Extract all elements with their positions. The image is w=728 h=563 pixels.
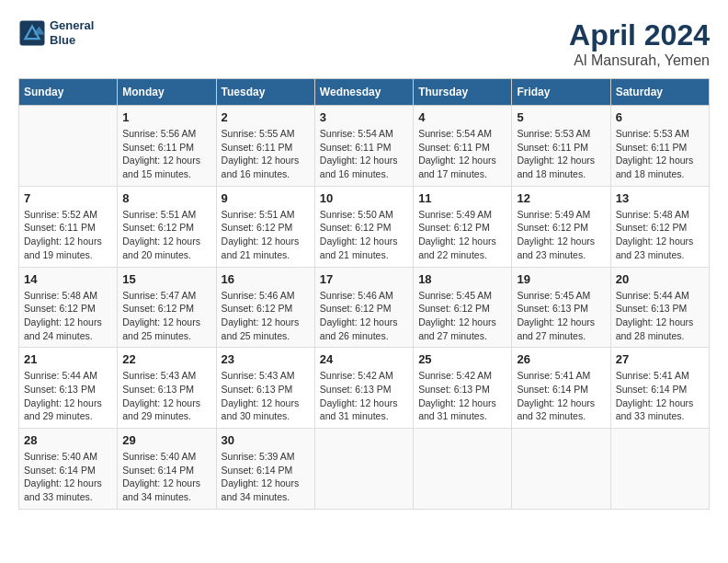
calendar-cell: 3Sunrise: 5:54 AM Sunset: 6:11 PM Daylig… [314, 106, 413, 187]
calendar-cell: 28Sunrise: 5:40 AM Sunset: 6:14 PM Dayli… [19, 429, 118, 510]
day-info: Sunrise: 5:48 AM Sunset: 6:12 PM Dayligh… [24, 289, 112, 343]
day-number: 9 [222, 191, 310, 205]
day-info: Sunrise: 5:49 AM Sunset: 6:12 PM Dayligh… [418, 208, 506, 262]
day-number: 1 [122, 110, 210, 124]
day-info: Sunrise: 5:41 AM Sunset: 6:14 PM Dayligh… [517, 369, 605, 423]
calendar-cell: 11Sunrise: 5:49 AM Sunset: 6:12 PM Dayli… [414, 186, 512, 267]
day-number: 16 [222, 272, 310, 286]
calendar-cell: 20Sunrise: 5:44 AM Sunset: 6:13 PM Dayli… [610, 267, 709, 348]
day-number: 3 [320, 110, 408, 124]
calendar-cell: 26Sunrise: 5:41 AM Sunset: 6:14 PM Dayli… [512, 348, 610, 429]
logo: General Blue [18, 18, 94, 47]
calendar-cell: 9Sunrise: 5:51 AM Sunset: 6:12 PM Daylig… [216, 186, 314, 267]
calendar-cell: 12Sunrise: 5:49 AM Sunset: 6:12 PM Dayli… [512, 186, 610, 267]
day-info: Sunrise: 5:45 AM Sunset: 6:13 PM Dayligh… [517, 289, 605, 343]
calendar-cell: 23Sunrise: 5:43 AM Sunset: 6:13 PM Dayli… [216, 348, 314, 429]
day-number: 21 [24, 352, 112, 366]
calendar-cell: 27Sunrise: 5:41 AM Sunset: 6:14 PM Dayli… [610, 348, 709, 429]
day-info: Sunrise: 5:54 AM Sunset: 6:11 PM Dayligh… [418, 127, 506, 181]
day-number: 11 [418, 191, 506, 205]
day-number: 22 [122, 352, 210, 366]
day-number: 12 [517, 191, 605, 205]
calendar-cell: 17Sunrise: 5:46 AM Sunset: 6:12 PM Dayli… [314, 267, 413, 348]
day-info: Sunrise: 5:44 AM Sunset: 6:13 PM Dayligh… [616, 289, 704, 343]
day-info: Sunrise: 5:43 AM Sunset: 6:13 PM Dayligh… [122, 369, 210, 423]
day-info: Sunrise: 5:42 AM Sunset: 6:13 PM Dayligh… [320, 369, 408, 423]
day-number: 7 [24, 191, 112, 205]
calendar-cell: 25Sunrise: 5:42 AM Sunset: 6:13 PM Dayli… [414, 348, 512, 429]
day-number: 10 [320, 191, 408, 205]
day-info: Sunrise: 5:44 AM Sunset: 6:13 PM Dayligh… [24, 369, 112, 423]
day-number: 5 [517, 110, 605, 124]
calendar-cell: 10Sunrise: 5:50 AM Sunset: 6:12 PM Dayli… [314, 186, 413, 267]
day-info: Sunrise: 5:40 AM Sunset: 6:14 PM Dayligh… [24, 450, 112, 504]
day-number: 14 [24, 272, 112, 286]
calendar-cell: 4Sunrise: 5:54 AM Sunset: 6:11 PM Daylig… [414, 106, 512, 187]
calendar-title: April 2024 [569, 18, 710, 52]
calendar-cell [314, 429, 413, 510]
day-number: 13 [616, 191, 704, 205]
day-info: Sunrise: 5:46 AM Sunset: 6:12 PM Dayligh… [222, 289, 310, 343]
calendar-cell: 7Sunrise: 5:52 AM Sunset: 6:11 PM Daylig… [19, 186, 118, 267]
day-info: Sunrise: 5:55 AM Sunset: 6:11 PM Dayligh… [222, 127, 310, 181]
day-info: Sunrise: 5:48 AM Sunset: 6:12 PM Dayligh… [616, 208, 704, 262]
calendar-cell: 2Sunrise: 5:55 AM Sunset: 6:11 PM Daylig… [216, 106, 314, 187]
calendar-cell: 24Sunrise: 5:42 AM Sunset: 6:13 PM Dayli… [314, 348, 413, 429]
day-info: Sunrise: 5:49 AM Sunset: 6:12 PM Dayligh… [517, 208, 605, 262]
day-number: 27 [616, 352, 704, 366]
day-info: Sunrise: 5:43 AM Sunset: 6:13 PM Dayligh… [222, 369, 310, 423]
calendar-cell: 21Sunrise: 5:44 AM Sunset: 6:13 PM Dayli… [19, 348, 118, 429]
day-info: Sunrise: 5:56 AM Sunset: 6:11 PM Dayligh… [122, 127, 210, 181]
calendar-cell [19, 106, 118, 187]
day-number: 19 [517, 272, 605, 286]
week-row-1: 1Sunrise: 5:56 AM Sunset: 6:11 PM Daylig… [19, 106, 710, 187]
day-number: 30 [222, 433, 310, 447]
week-row-5: 28Sunrise: 5:40 AM Sunset: 6:14 PM Dayli… [19, 429, 710, 510]
column-header-thursday: Thursday [414, 79, 512, 106]
calendar-cell [610, 429, 709, 510]
logo-icon [18, 19, 46, 47]
column-header-monday: Monday [118, 79, 216, 106]
day-info: Sunrise: 5:53 AM Sunset: 6:11 PM Dayligh… [616, 127, 704, 181]
calendar-cell: 14Sunrise: 5:48 AM Sunset: 6:12 PM Dayli… [19, 267, 118, 348]
calendar-cell: 8Sunrise: 5:51 AM Sunset: 6:12 PM Daylig… [118, 186, 216, 267]
day-number: 23 [222, 352, 310, 366]
week-row-3: 14Sunrise: 5:48 AM Sunset: 6:12 PM Dayli… [19, 267, 710, 348]
page-header: General Blue April 2024 Al Mansurah, Yem… [18, 18, 710, 69]
day-info: Sunrise: 5:51 AM Sunset: 6:12 PM Dayligh… [122, 208, 210, 262]
calendar-cell: 13Sunrise: 5:48 AM Sunset: 6:12 PM Dayli… [610, 186, 709, 267]
day-info: Sunrise: 5:45 AM Sunset: 6:12 PM Dayligh… [418, 289, 506, 343]
calendar-subtitle: Al Mansurah, Yemen [569, 52, 710, 69]
day-number: 8 [122, 191, 210, 205]
day-info: Sunrise: 5:51 AM Sunset: 6:12 PM Dayligh… [222, 208, 310, 262]
week-row-4: 21Sunrise: 5:44 AM Sunset: 6:13 PM Dayli… [19, 348, 710, 429]
calendar-cell: 22Sunrise: 5:43 AM Sunset: 6:13 PM Dayli… [118, 348, 216, 429]
day-info: Sunrise: 5:50 AM Sunset: 6:12 PM Dayligh… [320, 208, 408, 262]
day-info: Sunrise: 5:53 AM Sunset: 6:11 PM Dayligh… [517, 127, 605, 181]
column-header-wednesday: Wednesday [314, 79, 413, 106]
day-number: 28 [24, 433, 112, 447]
day-info: Sunrise: 5:54 AM Sunset: 6:11 PM Dayligh… [320, 127, 408, 181]
calendar-cell: 29Sunrise: 5:40 AM Sunset: 6:14 PM Dayli… [118, 429, 216, 510]
day-number: 2 [222, 110, 310, 124]
logo-text: General Blue [50, 18, 94, 47]
day-number: 15 [122, 272, 210, 286]
day-number: 29 [122, 433, 210, 447]
day-info: Sunrise: 5:47 AM Sunset: 6:12 PM Dayligh… [122, 289, 210, 343]
calendar-cell: 6Sunrise: 5:53 AM Sunset: 6:11 PM Daylig… [610, 106, 709, 187]
calendar-cell: 18Sunrise: 5:45 AM Sunset: 6:12 PM Dayli… [414, 267, 512, 348]
calendar-cell: 16Sunrise: 5:46 AM Sunset: 6:12 PM Dayli… [216, 267, 314, 348]
day-number: 17 [320, 272, 408, 286]
day-number: 25 [418, 352, 506, 366]
day-number: 4 [418, 110, 506, 124]
day-number: 20 [616, 272, 704, 286]
calendar-table: SundayMondayTuesdayWednesdayThursdayFrid… [18, 78, 710, 510]
calendar-cell: 1Sunrise: 5:56 AM Sunset: 6:11 PM Daylig… [118, 106, 216, 187]
calendar-cell: 30Sunrise: 5:39 AM Sunset: 6:14 PM Dayli… [216, 429, 314, 510]
day-info: Sunrise: 5:52 AM Sunset: 6:11 PM Dayligh… [24, 208, 112, 262]
day-info: Sunrise: 5:46 AM Sunset: 6:12 PM Dayligh… [320, 289, 408, 343]
calendar-cell [414, 429, 512, 510]
title-area: April 2024 Al Mansurah, Yemen [569, 18, 710, 69]
column-header-tuesday: Tuesday [216, 79, 314, 106]
calendar-cell: 19Sunrise: 5:45 AM Sunset: 6:13 PM Dayli… [512, 267, 610, 348]
